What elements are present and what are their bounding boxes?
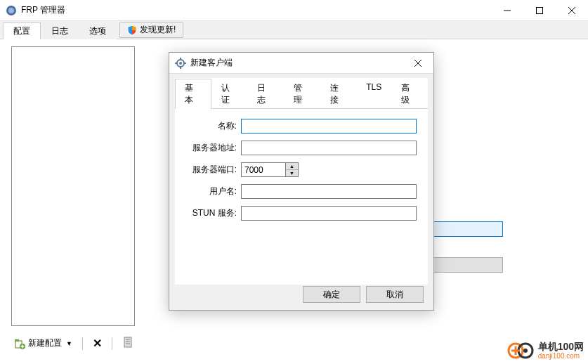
port-spin-up[interactable]: ▲ xyxy=(286,163,298,170)
dialog-tab-connect[interactable]: 连接 xyxy=(320,79,357,109)
toolbar-divider xyxy=(112,337,112,350)
label-name: 名称: xyxy=(186,120,241,132)
main-tabbar: 配置 日志 选项 发现更新! xyxy=(0,21,588,39)
dialog-footer: 确定 取消 xyxy=(303,286,424,303)
input-server-addr[interactable] xyxy=(241,141,417,155)
tab-update[interactable]: 发现更新! xyxy=(119,22,183,38)
new-config-button[interactable]: 新建配置 ▼ xyxy=(11,336,75,351)
tab-config[interactable]: 配置 xyxy=(3,22,41,39)
dialog-tab-tls[interactable]: TLS xyxy=(356,79,391,109)
background-button-1[interactable] xyxy=(427,221,503,237)
watermark-logo-icon xyxy=(507,340,534,361)
chevron-down-icon: ▼ xyxy=(66,340,72,347)
shield-icon xyxy=(127,25,137,35)
dialog-title: 新建客户端 xyxy=(190,57,405,69)
dialog-body: 名称: 服务器地址: 服务器端口: ▲ ▼ 用户名: STUN 服务: xyxy=(175,109,428,285)
svg-point-16 xyxy=(179,62,182,65)
window-title: FRP 管理器 xyxy=(21,4,491,16)
label-username: 用户名: xyxy=(186,186,241,197)
watermark-title: 单机100网 xyxy=(538,342,584,352)
cancel-button[interactable]: 取消 xyxy=(366,286,424,303)
ok-button[interactable]: 确定 xyxy=(303,286,360,303)
dialog-tabbar: 基本 认证 日志 管理 连接 TLS 高级 xyxy=(175,78,428,109)
dialog-tab-log[interactable]: 日志 xyxy=(247,79,284,109)
svg-rect-7 xyxy=(15,339,19,342)
input-username[interactable] xyxy=(241,184,417,199)
port-spin-down[interactable]: ▼ xyxy=(286,170,298,176)
new-client-dialog: 新建客户端 基本 认证 日志 管理 连接 TLS 高级 名称: 服务器地址: 服… xyxy=(169,52,434,311)
input-name[interactable] xyxy=(241,119,417,134)
add-config-icon xyxy=(14,338,25,349)
bottom-toolbar: 新建配置 ▼ ✕ xyxy=(11,335,136,351)
export-button[interactable] xyxy=(119,335,136,351)
input-stun[interactable] xyxy=(241,206,417,221)
svg-point-25 xyxy=(523,349,528,353)
svg-point-1 xyxy=(8,8,14,13)
background-button-2[interactable] xyxy=(427,257,503,273)
dialog-tab-auth[interactable]: 认证 xyxy=(211,79,248,109)
dialog-titlebar: 新建客户端 xyxy=(169,53,433,74)
watermark-url: danji100.com xyxy=(538,352,584,360)
svg-rect-3 xyxy=(537,7,543,13)
dialog-tab-basic[interactable]: 基本 xyxy=(175,79,211,109)
window-titlebar: FRP 管理器 xyxy=(0,0,588,21)
dialog-tab-manage[interactable]: 管理 xyxy=(284,79,320,109)
delete-button[interactable]: ✕ xyxy=(90,337,105,350)
document-icon xyxy=(122,337,133,348)
input-server-port[interactable] xyxy=(241,162,286,177)
tab-log[interactable]: 日志 xyxy=(41,22,79,39)
svg-rect-11 xyxy=(124,337,131,347)
dialog-tab-advanced[interactable]: 高级 xyxy=(391,79,428,109)
gear-icon xyxy=(175,58,186,69)
new-config-label: 新建配置 xyxy=(28,337,62,349)
update-label: 发现更新! xyxy=(140,24,176,36)
label-stun: STUN 服务: xyxy=(186,207,241,219)
minimize-button[interactable] xyxy=(491,0,523,20)
config-listbox[interactable] xyxy=(11,46,135,326)
maximize-button[interactable] xyxy=(523,0,556,20)
watermark: 单机100网 danji100.com xyxy=(507,340,584,361)
tab-options[interactable]: 选项 xyxy=(79,22,117,39)
close-button[interactable] xyxy=(556,0,588,20)
label-server-port: 服务器端口: xyxy=(186,164,241,176)
app-icon xyxy=(6,5,17,16)
dialog-close-button[interactable] xyxy=(405,55,431,72)
label-server-addr: 服务器地址: xyxy=(186,142,241,154)
toolbar-divider xyxy=(82,337,83,350)
